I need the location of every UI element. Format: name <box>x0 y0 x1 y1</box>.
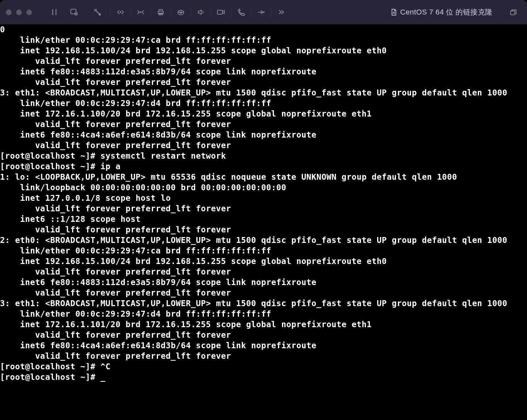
window-controls <box>6 10 32 15</box>
svg-rect-13 <box>217 10 222 14</box>
resize-horizontal-button[interactable] <box>111 6 130 19</box>
svg-point-4 <box>99 14 100 15</box>
terminal-line: valid_lft forever preferred_lft forever <box>0 56 526 66</box>
camera-button[interactable] <box>211 6 231 19</box>
minimize-window-button[interactable] <box>16 10 22 15</box>
terminal-line: [root@localhost ~]# systemctl restart ne… <box>0 151 526 161</box>
terminal-line: inet6 fe80::4883:112d:e3a5:8b79/64 scope… <box>0 66 526 77</box>
svg-point-5 <box>120 12 121 13</box>
terminal-line: valid_lft forever preferred_lft forever <box>0 203 526 214</box>
terminal-line: valid_lft forever preferred_lft forever <box>0 119 526 130</box>
svg-rect-8 <box>159 10 162 11</box>
terminal-line: 3: eth1: <BROADCAST,MULTICAST,UP,LOWER_U… <box>0 298 526 309</box>
terminal-line: valid_lft forever preferred_lft forever <box>0 77 526 88</box>
share-button[interactable] <box>251 6 271 19</box>
terminal-line: link/ether 00:0c:29:29:47:d4 brd ff:ff:f… <box>0 98 526 109</box>
terminal-line: valid_lft forever preferred_lft forever <box>0 224 526 235</box>
svg-point-6 <box>140 12 141 13</box>
terminal-line: link/ether 00:0c:29:29:47:ca brd ff:ff:f… <box>0 35 526 45</box>
terminal-line: valid_lft forever preferred_lft forever <box>0 351 526 361</box>
terminal-line: [root@localhost ~]# ip a <box>0 161 526 172</box>
terminal-output[interactable]: 0 link/ether 00:0c:29:29:47:ca brd ff:ff… <box>0 24 527 385</box>
window-title-wrap: CentOS 7 64 位 的链接克隆 <box>391 7 493 17</box>
terminal-line: [root@localhost ~]# ^C <box>0 361 526 372</box>
snapshot-button[interactable] <box>64 6 84 19</box>
pause-button[interactable] <box>44 6 64 19</box>
terminal-line: valid_lft forever preferred_lft forever <box>0 330 526 340</box>
terminal-line: inet6 fe80::4ca4:a6ef:e614:8d3b/64 scope… <box>0 130 526 140</box>
fit-screen-button[interactable] <box>131 6 151 19</box>
cursor: _ <box>100 372 105 382</box>
terminal-line: link/ether 00:0c:29:29:47:ca brd ff:ff:f… <box>0 246 526 256</box>
multi-window-button[interactable] <box>506 9 521 15</box>
settings-button[interactable] <box>84 6 110 19</box>
terminal-line: [root@localhost ~]# _ <box>0 372 526 382</box>
terminal-line: 3: eth1: <BROADCAST,MULTICAST,UP,LOWER_U… <box>0 88 526 98</box>
svg-point-14 <box>264 12 264 13</box>
terminal-line: 1: lo: <LOOPBACK,UP,LOWER_UP> mtu 65536 … <box>0 172 526 182</box>
terminal-line: 2: eth0: <BROADCAST,MULTICAST,UP,LOWER_U… <box>0 235 526 246</box>
terminal-line: inet 172.16.1.100/20 brd 172.16.15.255 s… <box>0 109 526 119</box>
phone-button[interactable] <box>231 6 251 19</box>
terminal-line: link/ether 00:0c:29:29:47:d4 brd ff:ff:f… <box>0 309 526 319</box>
terminal-line: inet 172.16.1.101/20 brd 172.16.15.255 s… <box>0 319 526 330</box>
terminal-line: valid_lft forever preferred_lft forever <box>0 267 526 277</box>
close-window-button[interactable] <box>6 10 12 15</box>
terminal-line: inet 127.0.0.1/8 scope host lo <box>0 193 526 203</box>
toolbar <box>44 6 291 19</box>
zoom-window-button[interactable] <box>26 10 32 15</box>
terminal-line: inet6 fe80::4883:112d:e3a5:8b79/64 scope… <box>0 277 526 288</box>
more-tools-button[interactable] <box>271 6 291 19</box>
terminal-line: inet6 ::1/128 scope host <box>0 214 526 224</box>
terminal-line: inet 192.168.15.100/24 brd 192.168.15.25… <box>0 45 526 56</box>
terminal-line: link/loopback 00:00:00:00:00:00 brd 00:0… <box>0 182 526 193</box>
printer-button[interactable] <box>151 6 171 19</box>
audio-button[interactable] <box>191 6 211 19</box>
terminal-line: inet6 fe80::4ca4:a6ef:e614:8d3b/64 scope… <box>0 340 526 351</box>
svg-rect-17 <box>511 11 515 15</box>
terminal-line: valid_lft forever preferred_lft forever <box>0 288 526 298</box>
terminal-line: 0 <box>0 24 526 35</box>
window-title: CentOS 7 64 位 的链接克隆 <box>400 7 493 17</box>
disc-button[interactable] <box>171 6 191 19</box>
terminal-line: valid_lft forever preferred_lft forever <box>0 140 526 151</box>
terminal-line: inet 192.168.15.100/24 brd 192.168.15.25… <box>0 256 526 267</box>
document-icon <box>391 9 397 16</box>
title-bar: CentOS 7 64 位 的链接克隆 <box>0 0 527 24</box>
